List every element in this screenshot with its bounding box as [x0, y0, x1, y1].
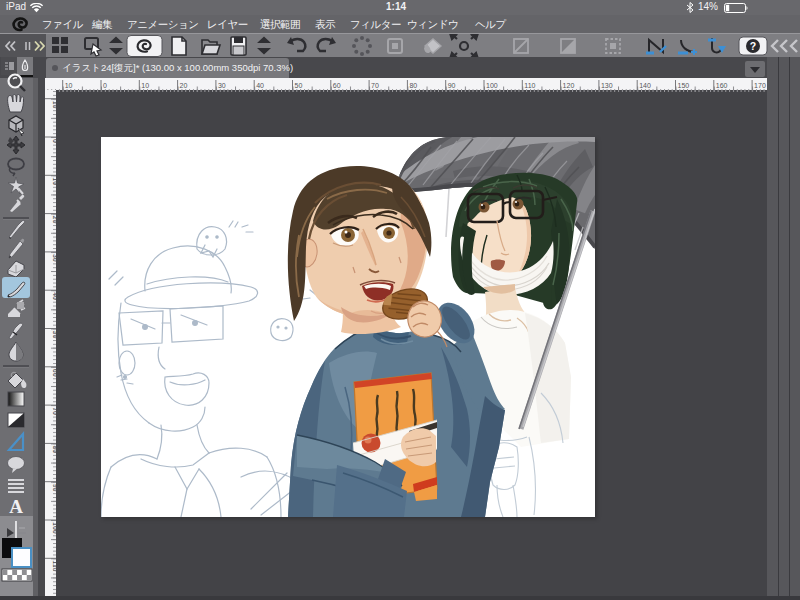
svg-text:160: 160 — [716, 82, 728, 89]
svg-text:50: 50 — [295, 82, 303, 89]
svg-text:10: 10 — [52, 177, 57, 185]
svg-text:30: 30 — [52, 254, 57, 262]
svg-text:40: 40 — [52, 292, 57, 300]
svg-text:50: 50 — [52, 331, 57, 339]
svg-text:100: 100 — [486, 82, 498, 89]
svg-text:70: 70 — [371, 82, 379, 89]
svg-text:80: 80 — [52, 445, 57, 453]
svg-text:0: 0 — [52, 139, 57, 143]
svg-text:70: 70 — [52, 407, 57, 415]
svg-text:?: ? — [750, 40, 756, 52]
svg-text:10: 10 — [52, 101, 57, 109]
svg-text:170: 170 — [754, 82, 766, 89]
svg-text:10: 10 — [141, 82, 149, 89]
svg-text:0: 0 — [103, 82, 107, 89]
svg-text:100: 100 — [52, 522, 57, 534]
svg-text:60: 60 — [52, 369, 57, 377]
svg-text:130: 130 — [601, 82, 613, 89]
svg-text:90: 90 — [448, 82, 456, 89]
svg-text:20: 20 — [180, 82, 188, 89]
svg-text:A: A — [9, 496, 23, 517]
svg-text:30: 30 — [218, 82, 226, 89]
svg-text:20: 20 — [52, 216, 57, 224]
svg-text:40: 40 — [256, 82, 264, 89]
svg-text:10: 10 — [65, 82, 73, 89]
svg-text:150: 150 — [678, 82, 690, 89]
svg-text:110: 110 — [524, 82, 535, 89]
svg-text:140: 140 — [639, 82, 651, 89]
svg-text:110: 110 — [52, 560, 57, 571]
svg-text:90: 90 — [52, 484, 57, 492]
svg-text:120: 120 — [563, 82, 575, 89]
svg-text:80: 80 — [409, 82, 417, 89]
svg-text:60: 60 — [333, 82, 341, 89]
